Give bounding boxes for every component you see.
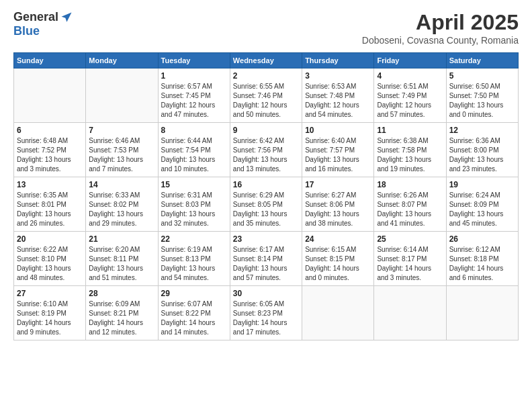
calendar-header-saturday: Saturday bbox=[446, 53, 518, 68]
calendar-week-row: 6Sunrise: 6:48 AMSunset: 7:52 PMDaylight… bbox=[14, 123, 519, 177]
day-info: Sunrise: 6:40 AMSunset: 7:57 PMDaylight:… bbox=[305, 136, 371, 174]
day-number: 5 bbox=[449, 71, 515, 81]
day-number: 24 bbox=[305, 234, 371, 244]
calendar-cell: 27Sunrise: 6:10 AMSunset: 8:19 PMDayligh… bbox=[14, 286, 86, 340]
day-number: 28 bbox=[89, 289, 154, 298]
day-number: 7 bbox=[89, 126, 154, 135]
day-number: 13 bbox=[17, 180, 83, 189]
day-info: Sunrise: 6:53 AMSunset: 7:48 PMDaylight:… bbox=[305, 82, 371, 120]
title-section: April 2025 Doboseni, Covasna County, Rom… bbox=[362, 10, 519, 46]
day-info: Sunrise: 6:19 AMSunset: 8:13 PMDaylight:… bbox=[161, 245, 227, 283]
calendar-cell: 24Sunrise: 6:15 AMSunset: 8:15 PMDayligh… bbox=[302, 232, 374, 286]
day-info: Sunrise: 6:27 AMSunset: 8:06 PMDaylight:… bbox=[305, 191, 371, 228]
day-info: Sunrise: 6:07 AMSunset: 8:22 PMDaylight:… bbox=[161, 300, 227, 337]
calendar-header-monday: Monday bbox=[86, 53, 158, 68]
day-number: 16 bbox=[233, 180, 299, 189]
day-info: Sunrise: 6:29 AMSunset: 8:05 PMDaylight:… bbox=[233, 191, 299, 228]
calendar-cell: 8Sunrise: 6:44 AMSunset: 7:54 PMDaylight… bbox=[158, 123, 230, 177]
calendar-cell: 28Sunrise: 6:09 AMSunset: 8:21 PMDayligh… bbox=[86, 286, 158, 340]
day-info: Sunrise: 6:57 AMSunset: 7:45 PMDaylight:… bbox=[161, 82, 227, 120]
day-number: 22 bbox=[161, 234, 227, 244]
day-number: 1 bbox=[161, 71, 227, 81]
calendar-cell: 26Sunrise: 6:12 AMSunset: 8:18 PMDayligh… bbox=[446, 232, 518, 286]
calendar-cell: 10Sunrise: 6:40 AMSunset: 7:57 PMDayligh… bbox=[302, 123, 374, 177]
calendar-cell: 17Sunrise: 6:27 AMSunset: 8:06 PMDayligh… bbox=[302, 177, 374, 232]
calendar-header-sunday: Sunday bbox=[14, 53, 86, 68]
day-info: Sunrise: 6:17 AMSunset: 8:14 PMDaylight:… bbox=[233, 245, 299, 283]
calendar-cell bbox=[374, 286, 446, 340]
day-info: Sunrise: 6:33 AMSunset: 8:02 PMDaylight:… bbox=[89, 191, 154, 228]
calendar-cell: 7Sunrise: 6:46 AMSunset: 7:53 PMDaylight… bbox=[86, 123, 158, 177]
calendar-header-wednesday: Wednesday bbox=[230, 53, 302, 68]
day-number: 29 bbox=[161, 289, 227, 298]
day-info: Sunrise: 6:20 AMSunset: 8:11 PMDaylight:… bbox=[89, 245, 154, 283]
calendar-week-row: 13Sunrise: 6:35 AMSunset: 8:01 PMDayligh… bbox=[14, 177, 519, 232]
calendar-cell: 2Sunrise: 6:55 AMSunset: 7:46 PMDaylight… bbox=[230, 68, 302, 123]
calendar-week-row: 27Sunrise: 6:10 AMSunset: 8:19 PMDayligh… bbox=[14, 286, 519, 340]
day-number: 12 bbox=[449, 126, 515, 135]
calendar-cell: 23Sunrise: 6:17 AMSunset: 8:14 PMDayligh… bbox=[230, 232, 302, 286]
calendar-cell: 21Sunrise: 6:20 AMSunset: 8:11 PMDayligh… bbox=[86, 232, 158, 286]
day-info: Sunrise: 6:10 AMSunset: 8:19 PMDaylight:… bbox=[17, 300, 83, 337]
day-number: 20 bbox=[17, 234, 83, 244]
calendar-cell: 12Sunrise: 6:36 AMSunset: 8:00 PMDayligh… bbox=[446, 123, 518, 177]
header: General Blue April 2025 Doboseni, Covasn… bbox=[13, 10, 519, 46]
day-info: Sunrise: 6:36 AMSunset: 8:00 PMDaylight:… bbox=[449, 136, 515, 174]
month-title: April 2025 bbox=[362, 10, 519, 35]
day-info: Sunrise: 6:50 AMSunset: 7:50 PMDaylight:… bbox=[449, 82, 515, 120]
calendar-header-friday: Friday bbox=[374, 53, 446, 68]
calendar-cell: 19Sunrise: 6:24 AMSunset: 8:09 PMDayligh… bbox=[446, 177, 518, 232]
location: Doboseni, Covasna County, Romania bbox=[362, 35, 519, 46]
calendar-cell: 11Sunrise: 6:38 AMSunset: 7:58 PMDayligh… bbox=[374, 123, 446, 177]
day-info: Sunrise: 6:26 AMSunset: 8:07 PMDaylight:… bbox=[377, 191, 443, 228]
day-number: 17 bbox=[305, 180, 371, 189]
day-info: Sunrise: 6:35 AMSunset: 8:01 PMDaylight:… bbox=[17, 191, 83, 228]
calendar-week-row: 20Sunrise: 6:22 AMSunset: 8:10 PMDayligh… bbox=[14, 232, 519, 286]
logo: General Blue bbox=[13, 10, 73, 38]
day-info: Sunrise: 6:22 AMSunset: 8:10 PMDaylight:… bbox=[17, 245, 83, 283]
day-info: Sunrise: 6:51 AMSunset: 7:49 PMDaylight:… bbox=[377, 82, 443, 120]
logo-general-text: General bbox=[13, 10, 58, 24]
page-container: General Blue April 2025 Doboseni, Covasn… bbox=[0, 0, 532, 347]
calendar-cell: 18Sunrise: 6:26 AMSunset: 8:07 PMDayligh… bbox=[374, 177, 446, 232]
calendar-cell: 30Sunrise: 6:05 AMSunset: 8:23 PMDayligh… bbox=[230, 286, 302, 340]
calendar-cell: 5Sunrise: 6:50 AMSunset: 7:50 PMDaylight… bbox=[446, 68, 518, 123]
calendar-cell: 1Sunrise: 6:57 AMSunset: 7:45 PMDaylight… bbox=[158, 68, 230, 123]
day-number: 23 bbox=[233, 234, 299, 244]
day-number: 3 bbox=[305, 71, 371, 81]
calendar-header-tuesday: Tuesday bbox=[158, 53, 230, 68]
calendar-cell bbox=[86, 68, 158, 123]
day-info: Sunrise: 6:14 AMSunset: 8:17 PMDaylight:… bbox=[377, 245, 443, 283]
day-info: Sunrise: 6:46 AMSunset: 7:53 PMDaylight:… bbox=[89, 136, 154, 174]
day-number: 19 bbox=[449, 180, 515, 189]
day-number: 9 bbox=[233, 126, 299, 135]
calendar-table: SundayMondayTuesdayWednesdayThursdayFrid… bbox=[13, 52, 519, 340]
day-number: 25 bbox=[377, 234, 443, 244]
day-number: 15 bbox=[161, 180, 227, 189]
calendar-cell: 4Sunrise: 6:51 AMSunset: 7:49 PMDaylight… bbox=[374, 68, 446, 123]
calendar-cell: 6Sunrise: 6:48 AMSunset: 7:52 PMDaylight… bbox=[14, 123, 86, 177]
day-number: 18 bbox=[377, 180, 443, 189]
day-number: 2 bbox=[233, 71, 299, 81]
calendar-cell: 20Sunrise: 6:22 AMSunset: 8:10 PMDayligh… bbox=[14, 232, 86, 286]
day-info: Sunrise: 6:55 AMSunset: 7:46 PMDaylight:… bbox=[233, 82, 299, 120]
calendar-cell: 25Sunrise: 6:14 AMSunset: 8:17 PMDayligh… bbox=[374, 232, 446, 286]
day-info: Sunrise: 6:31 AMSunset: 8:03 PMDaylight:… bbox=[161, 191, 227, 228]
calendar-header-row: SundayMondayTuesdayWednesdayThursdayFrid… bbox=[14, 53, 519, 68]
logo-bird-icon bbox=[60, 11, 73, 24]
day-number: 6 bbox=[17, 126, 83, 135]
calendar-cell: 29Sunrise: 6:07 AMSunset: 8:22 PMDayligh… bbox=[158, 286, 230, 340]
calendar-header-thursday: Thursday bbox=[302, 53, 374, 68]
calendar-cell: 9Sunrise: 6:42 AMSunset: 7:56 PMDaylight… bbox=[230, 123, 302, 177]
day-number: 30 bbox=[233, 289, 299, 298]
logo-blue-text: Blue bbox=[13, 24, 40, 38]
calendar-cell: 14Sunrise: 6:33 AMSunset: 8:02 PMDayligh… bbox=[86, 177, 158, 232]
calendar-cell: 22Sunrise: 6:19 AMSunset: 8:13 PMDayligh… bbox=[158, 232, 230, 286]
day-number: 4 bbox=[377, 71, 443, 81]
day-number: 21 bbox=[89, 234, 154, 244]
calendar-week-row: 1Sunrise: 6:57 AMSunset: 7:45 PMDaylight… bbox=[14, 68, 519, 123]
calendar-cell: 13Sunrise: 6:35 AMSunset: 8:01 PMDayligh… bbox=[14, 177, 86, 232]
day-info: Sunrise: 6:15 AMSunset: 8:15 PMDaylight:… bbox=[305, 245, 371, 283]
calendar-cell bbox=[446, 286, 518, 340]
calendar-cell: 15Sunrise: 6:31 AMSunset: 8:03 PMDayligh… bbox=[158, 177, 230, 232]
